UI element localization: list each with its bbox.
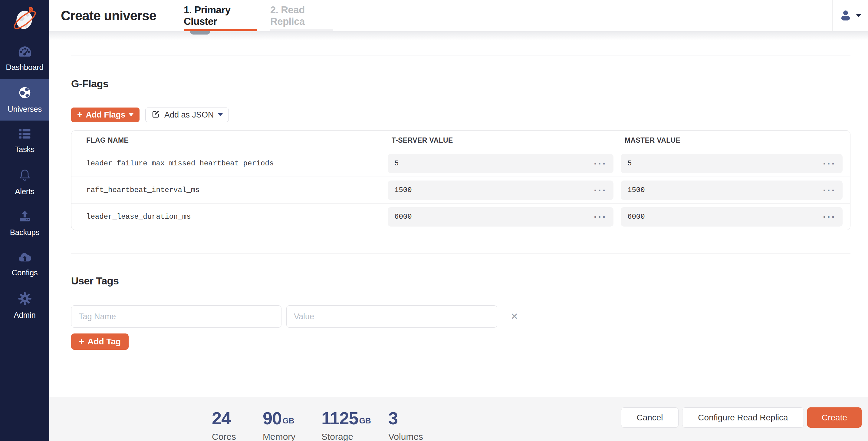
master-value-field[interactable]: 6000 ···: [621, 207, 843, 227]
table-row: raft_heartbeat_interval_ms 1500 ··· 1500…: [71, 177, 850, 203]
sidebar-item-configs[interactable]: Configs: [0, 244, 49, 285]
more-options-icon[interactable]: ···: [594, 185, 607, 195]
table-row: leader_failure_max_missed_heartbeat_peri…: [71, 150, 850, 177]
create-universe-page: Dashboard Universes: [0, 0, 868, 441]
stat-unit: GB: [283, 416, 294, 428]
stat-value: 1125: [321, 409, 358, 428]
add-flags-label: Add Flags: [86, 110, 126, 120]
tserver-value-field[interactable]: 1500 ···: [388, 180, 614, 200]
sidebar: Dashboard Universes: [0, 0, 49, 441]
stat-label: Volumes: [388, 432, 423, 441]
caret-down-icon: [218, 113, 223, 116]
add-tag-label: Add Tag: [88, 337, 121, 347]
gauge-icon: [18, 46, 32, 59]
sidebar-item-label: Tasks: [15, 145, 34, 154]
master-value-field[interactable]: 5 ···: [621, 154, 843, 173]
section-divider: [71, 381, 850, 381]
flag-value: 6000: [627, 213, 645, 221]
tab-primary-cluster[interactable]: 1. Primary Cluster: [184, 0, 257, 31]
stat-label: Cores: [212, 432, 236, 441]
tserver-value-field[interactable]: 5 ···: [388, 154, 614, 173]
tag-name-input[interactable]: [71, 305, 281, 328]
stat-storage: 1125 GB Storage: [321, 409, 371, 441]
cancel-button[interactable]: Cancel: [621, 407, 679, 428]
gear-icon: [18, 292, 31, 306]
chevron-down-icon: [856, 14, 861, 17]
flag-value: 5: [394, 159, 399, 168]
stat-value: 24: [212, 409, 231, 428]
sidebar-item-label: Backups: [10, 228, 40, 237]
flag-name: raft_heartbeat_interval_ms: [71, 186, 388, 194]
user-tags-heading: User Tags: [71, 274, 850, 287]
add-tag-button[interactable]: + Add Tag: [71, 333, 129, 350]
flag-value: 6000: [394, 213, 412, 221]
stat-label: Storage: [321, 432, 371, 441]
stat-volumes: 3 Volumes: [388, 409, 423, 441]
column-header-master-value: MASTER VALUE: [621, 136, 850, 145]
sidebar-item-label: Alerts: [15, 187, 34, 196]
user-menu[interactable]: [832, 0, 868, 31]
stat-value: 90: [263, 409, 282, 428]
task-list-icon: [18, 128, 31, 141]
column-header-tserver-value: T-SERVER VALUE: [388, 136, 621, 145]
gflags-toolbar: + Add Flags Add as JSON: [71, 108, 850, 122]
sidebar-item-universes[interactable]: Universes: [0, 79, 49, 121]
add-flags-button[interactable]: + Add Flags: [71, 108, 140, 122]
globe-icon: [18, 86, 31, 100]
table-row: leader_lease_duration_ms 6000 ··· 6000 ·…: [71, 203, 850, 230]
more-options-icon[interactable]: ···: [823, 212, 836, 222]
flag-value: 5: [627, 159, 632, 168]
more-options-icon[interactable]: ···: [594, 212, 607, 222]
remove-tag-button[interactable]: ✕: [510, 312, 518, 321]
cloud-upload-icon: [18, 252, 32, 264]
tab-read-replica[interactable]: 2. Read Replica: [270, 0, 333, 31]
tab-label: 1. Primary Cluster: [184, 4, 257, 27]
stat-unit: GB: [359, 416, 371, 428]
page-title: Create universe: [61, 0, 156, 31]
flag-value: 1500: [394, 186, 412, 194]
more-options-icon[interactable]: ···: [594, 158, 607, 169]
sidebar-item-dashboard[interactable]: Dashboard: [0, 38, 49, 79]
add-as-json-label: Add as JSON: [164, 110, 214, 120]
column-header-flag-name: FLAG NAME: [71, 136, 388, 145]
footer-summary-bar: 24 Cores 90 GB Memory 1125 GB Storage 3: [49, 397, 868, 441]
caret-down-icon: [129, 113, 133, 116]
inactive-tab-indicator: [270, 29, 333, 31]
more-options-icon[interactable]: ···: [823, 185, 836, 195]
configure-read-replica-button[interactable]: Configure Read Replica: [682, 407, 804, 428]
sidebar-item-backups[interactable]: Backups: [0, 203, 49, 244]
stat-label: Memory: [263, 432, 296, 441]
edit-pencil-square-icon: [151, 109, 160, 121]
scrolled-content-peek: [190, 31, 210, 34]
plus-icon: +: [79, 337, 85, 346]
bell-icon: [19, 168, 31, 183]
create-button[interactable]: Create: [807, 407, 862, 428]
sidebar-item-label: Admin: [13, 311, 35, 320]
stat-value: 3: [388, 409, 398, 428]
add-as-json-button[interactable]: Add as JSON: [145, 108, 229, 122]
tab-label: 2. Read Replica: [270, 4, 333, 27]
flag-name: leader_failure_max_missed_heartbeat_peri…: [71, 159, 388, 168]
active-tab-indicator: [184, 29, 257, 31]
header: Create universe 1. Primary Cluster 2. Re…: [49, 0, 868, 31]
gflags-table: FLAG NAME T-SERVER VALUE MASTER VALUE le…: [71, 130, 850, 230]
more-options-icon[interactable]: ···: [823, 158, 836, 169]
tag-value-input[interactable]: [286, 305, 497, 328]
sidebar-item-label: Configs: [11, 268, 37, 277]
flag-value: 1500: [627, 186, 645, 194]
stat-memory: 90 GB Memory: [263, 409, 296, 441]
sidebar-item-alerts[interactable]: Alerts: [0, 162, 49, 203]
section-divider: [71, 254, 850, 254]
master-value-field[interactable]: 1500 ···: [621, 180, 843, 200]
plus-icon: +: [77, 110, 83, 119]
sidebar-item-admin[interactable]: Admin: [0, 285, 49, 326]
app-logo[interactable]: [0, 0, 49, 38]
sidebar-nav: Dashboard Universes: [0, 38, 49, 326]
sidebar-item-label: Universes: [7, 105, 42, 114]
tserver-value-field[interactable]: 6000 ···: [388, 207, 614, 227]
user-avatar-icon: [840, 9, 851, 22]
close-icon: ✕: [510, 311, 518, 322]
user-tag-row: ✕: [71, 305, 850, 328]
sidebar-item-tasks[interactable]: Tasks: [0, 121, 49, 162]
planet-rocket-logo-icon: [11, 4, 39, 34]
